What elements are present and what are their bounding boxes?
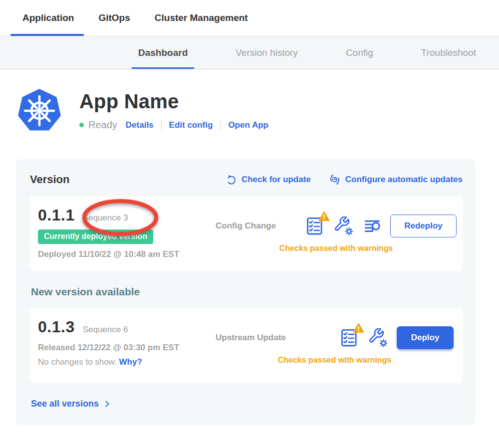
kubernetes-logo (17, 88, 61, 134)
current-version-line: 0.1.1 Sequence 3 (38, 205, 216, 224)
see-all-versions-link[interactable]: See all versions (31, 399, 111, 409)
released-timestamp: Released 12/12/22 @ 03:30 pm EST (38, 343, 216, 353)
ready-status-dot-icon (79, 123, 84, 127)
version-card: Version Check for update (16, 159, 476, 425)
available-version-sequence: Sequence 6 (83, 325, 128, 335)
wrench-gear-icon[interactable] (369, 328, 388, 347)
tab-version-history[interactable]: Version history (236, 36, 298, 69)
chevron-right-icon (103, 400, 111, 408)
version-card-actions: Check for update Configure aut (226, 174, 463, 186)
current-version-actions-row: Config Change (216, 215, 457, 237)
version-source-label: Upstream Update (216, 333, 304, 343)
divider (161, 120, 162, 131)
tab-label: Dashboard (138, 47, 188, 58)
check-for-update-link[interactable]: Check for update (226, 174, 311, 186)
active-tab-underline (10, 34, 84, 36)
divider (220, 120, 221, 131)
preflight-checks-icon[interactable] (339, 328, 359, 348)
edit-config-link[interactable]: Edit config (169, 120, 213, 130)
no-changes-text: No changes to show. (38, 357, 117, 367)
tab-label: Version history (236, 47, 298, 58)
redeploy-button[interactable]: Redeploy (390, 215, 457, 237)
new-version-heading: New version available (31, 286, 463, 298)
current-version-number: 0.1.1 (38, 206, 75, 224)
nav-item-label: Cluster Management (155, 12, 248, 23)
primary-nav: Application GitOps Cluster Management (0, 0, 499, 36)
tab-label: Config (346, 47, 373, 58)
app-header-text: App Name Ready Details Edit config Open … (79, 88, 268, 131)
see-all-versions-label: See all versions (31, 399, 99, 409)
version-icon-group (339, 328, 388, 348)
version-icon-group (304, 216, 381, 236)
nav-item-cluster-management[interactable]: Cluster Management (155, 0, 248, 36)
version-card-title: Version (30, 173, 69, 186)
why-link[interactable]: Why? (119, 357, 142, 367)
open-app-link[interactable]: Open App (228, 120, 268, 130)
available-version-line: 0.1.3 Sequence 6 (38, 317, 216, 336)
nav-item-gitops[interactable]: GitOps (98, 0, 130, 36)
nav-item-label: Application (22, 12, 74, 23)
app-header: App Name Ready Details Edit config Open … (0, 69, 499, 134)
app-status-row: Ready Details Edit config Open App (79, 119, 268, 131)
schedule-sync-icon (329, 174, 341, 186)
current-version-info: 0.1.1 Sequence 3 Currently deployed vers… (38, 205, 216, 262)
available-version-actions-row: Upstream Update (216, 326, 454, 349)
details-link[interactable]: Details (126, 120, 154, 130)
available-version-row: 0.1.3 Sequence 6 Released 12/12/22 @ 03:… (30, 308, 463, 383)
page-title: App Name (79, 90, 268, 113)
warning-triangle-icon (318, 211, 330, 224)
tab-config[interactable]: Config (346, 36, 373, 69)
currently-deployed-badge: Currently deployed version (38, 229, 153, 244)
preflight-checks-icon[interactable] (304, 216, 324, 236)
no-changes-line: No changes to show. Why? (38, 357, 216, 367)
deployed-timestamp: Deployed 11/10/22 @ 10:48 am EST (38, 249, 216, 259)
version-source-label: Config Change (216, 221, 304, 231)
preflight-status-text: Checks passed with warnings (216, 244, 457, 253)
app-status: Ready (88, 119, 117, 131)
check-for-update-label: Check for update (242, 175, 311, 185)
current-version-row: 0.1.1 Sequence 3 Currently deployed vers… (30, 196, 463, 271)
tab-dashboard[interactable]: Dashboard (138, 36, 188, 69)
diff-view-icon[interactable] (363, 217, 381, 235)
wrench-gear-icon[interactable] (334, 217, 353, 235)
configure-automatic-updates-link[interactable]: Configure automatic updates (329, 174, 463, 186)
available-version-number: 0.1.3 (38, 318, 75, 336)
nav-item-application[interactable]: Application (22, 0, 74, 36)
deploy-button[interactable]: Deploy (397, 326, 454, 349)
version-card-header: Version Check for update (30, 173, 463, 186)
nav-item-label: GitOps (98, 12, 130, 23)
configure-automatic-updates-label: Configure automatic updates (345, 175, 463, 185)
current-version-main: Config Change (216, 205, 457, 262)
warning-triangle-icon (353, 323, 364, 335)
preflight-status-text: Checks passed with warnings (216, 356, 454, 365)
current-version-sequence: Sequence 3 (83, 213, 128, 223)
tab-label: Troubleshoot (421, 47, 476, 58)
refresh-icon (226, 174, 237, 186)
tab-troubleshoot[interactable]: Troubleshoot (421, 36, 476, 69)
available-version-info: 0.1.3 Sequence 6 Released 12/12/22 @ 03:… (38, 317, 216, 374)
available-version-main: Upstream Update (216, 317, 454, 374)
secondary-nav: Dashboard Version history Config Trouble… (0, 36, 499, 69)
